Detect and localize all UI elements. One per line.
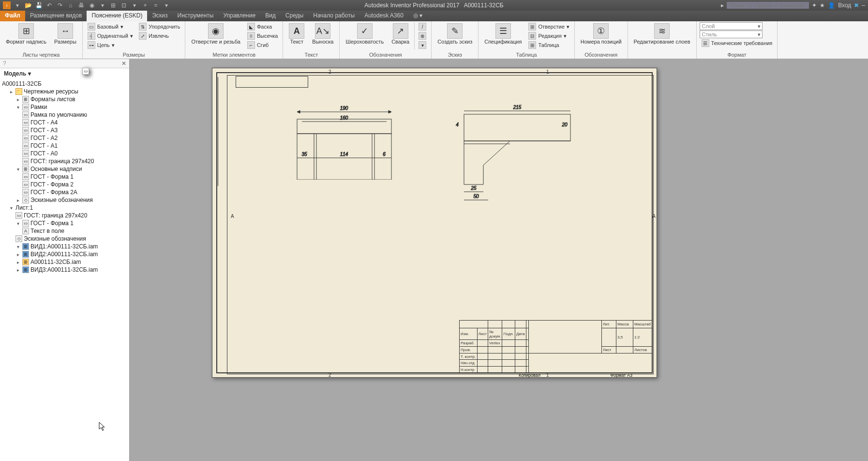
qat-new[interactable]: ▾ [14, 1, 21, 9]
balloon-button[interactable]: ①Номера позиций [578, 22, 625, 46]
mouse-cursor [99, 422, 106, 431]
create-sketch-button[interactable]: ✎Создать эскиз [434, 22, 475, 46]
bend-button[interactable]: ⌐Сгиб [245, 41, 280, 49]
tree-border-item[interactable]: ▭ГОСТ: граница 297x420 [2, 157, 127, 165]
chamfer-button[interactable]: ◣Фаска [245, 22, 280, 31]
tab-a360[interactable]: Autodesk A360 [359, 11, 408, 21]
qat-eq[interactable]: = [152, 1, 160, 9]
tree-border-item[interactable]: ▭ГОСТ - A3 [2, 126, 127, 134]
tree-list-item[interactable]: ▸⊞A000111-32СБ.iam [2, 258, 127, 266]
arrange-button[interactable]: ⇅Упорядочить [137, 22, 182, 31]
chain-dim-button[interactable]: ⊶Цепь ▾ [86, 41, 135, 49]
tree-borders[interactable]: ▾▭Рамки [2, 103, 127, 111]
dash-icon[interactable]: – [862, 2, 865, 9]
tree-border-item[interactable]: ▭ГОСТ - A1 [2, 142, 127, 150]
browser-close-icon[interactable]: ✕ [121, 60, 126, 67]
qat-open[interactable]: 📂 [24, 1, 32, 9]
qat-more1[interactable]: ◉ [88, 1, 96, 9]
browser-help-icon[interactable]: ? [3, 60, 6, 67]
tab-file[interactable]: Файл [0, 11, 25, 21]
edit-layers-button[interactable]: ≋Редактирование слоев [631, 22, 693, 46]
parts-list-button[interactable]: ☰Спецификация [481, 22, 524, 46]
qat-save[interactable]: 💾 [35, 1, 43, 9]
group-feature-notes: Метки элементов [188, 51, 280, 58]
sym-more[interactable]: ▾ [417, 41, 428, 49]
retrieve-button[interactable]: ⤢Извлечь [137, 31, 182, 40]
hole-thread-button[interactable]: ◉Отверстие и резьба [188, 22, 243, 46]
qat-redo[interactable]: ↷ [56, 1, 64, 9]
tree-list-item[interactable]: ▸⊞ВИД2:A000111-32СБ.iam [2, 250, 127, 258]
tree-list-item[interactable]: ◇Эскизные обозначения [2, 235, 127, 243]
svg-text:215: 215 [513, 105, 522, 110]
tab-views[interactable]: Размещение видов [25, 11, 87, 21]
tech-req-button[interactable]: ☰Технические требования [700, 39, 775, 47]
star2-icon[interactable]: ★ [820, 2, 825, 9]
hole-table-button[interactable]: ⊞Отверстие ▾ [526, 22, 571, 31]
tree-list-item[interactable]: ▾▭ГОСТ - Форма 1 [2, 219, 127, 227]
dimensions-button[interactable]: ↔Размеры [51, 22, 79, 46]
qat-more2[interactable]: ▾ [99, 1, 106, 9]
user-icon[interactable]: 👤 [828, 2, 835, 9]
format-caption-button[interactable]: ⊞Формат надпись [3, 22, 49, 46]
sym-2[interactable]: ⊕ [417, 31, 428, 40]
tree-resources[interactable]: ▸📁Чертежные ресурсы [2, 88, 127, 95]
tab-extra[interactable]: ◎ ▾ [408, 11, 427, 21]
tree-border-item[interactable]: ▭Рамка по умолчанию [2, 111, 127, 119]
svg-text:35: 35 [301, 152, 307, 157]
tab-view[interactable]: Вид [260, 11, 281, 21]
tab-tools[interactable]: Инструменты [173, 11, 219, 21]
drawing-canvas[interactable]: 2 1 2 1 А А [130, 59, 868, 461]
qat-more4[interactable]: ⊡ [120, 1, 128, 9]
tab-annotation[interactable]: Пояснение (ESKD) [87, 11, 147, 21]
tab-manage[interactable]: Управление [218, 11, 260, 21]
tab-env[interactable]: Среды [281, 11, 308, 21]
baseline-dim-button[interactable]: ▭Базовый ▾ [86, 22, 135, 31]
tree-tb-item[interactable]: ▭ГОСТ - Форма 2А [2, 188, 127, 196]
text-button[interactable]: AТекст [286, 22, 307, 46]
sym-1[interactable]: / [417, 22, 428, 31]
qat-plus[interactable]: + [141, 1, 149, 9]
punch-button[interactable]: ◊Высечка [245, 31, 280, 40]
svg-text:6: 6 [383, 152, 386, 157]
zone-mark: А [231, 214, 234, 219]
general-table-button[interactable]: ⊞Таблица [526, 41, 571, 49]
drawing-view-iso [853, 359, 868, 461]
exchange-icon[interactable]: ✖ [854, 2, 859, 9]
tab-start[interactable]: Начало работы [308, 11, 359, 21]
tab-sketch[interactable]: Эскиз [147, 11, 172, 21]
signin-label[interactable]: Вход [838, 2, 851, 9]
tree-sketch-sym[interactable]: ▸◇Эскизные обозначения [2, 196, 127, 204]
tree-border-item[interactable]: ▭ГОСТ - A2 [2, 134, 127, 142]
tree-list-item[interactable]: ▾⊞ВИД1:A000111-32СБ.iam [2, 243, 127, 250]
qat-print[interactable]: 🖶 [77, 1, 85, 9]
tree-list-item[interactable]: AТекст в поле [2, 227, 127, 235]
leader-text-button[interactable]: A↘Выноска [309, 22, 336, 46]
weld-button[interactable]: ↗Сварка [389, 22, 412, 46]
qat-undo[interactable]: ↶ [45, 1, 53, 9]
tree-list-item[interactable]: ▭ГОСТ: граница 297x420 [2, 212, 127, 219]
layer-combo[interactable]: Слой [700, 22, 763, 30]
browser-title[interactable]: Модель ▾ [0, 68, 129, 79]
tree-sheet[interactable]: ▾▭Лист:1 [2, 204, 127, 212]
tree-formats[interactable]: ▸⊞Форматы листов [2, 95, 127, 103]
style-combo[interactable]: Стиль [700, 31, 763, 38]
tree-border-item[interactable]: ▭ГОСТ - A4 [2, 119, 127, 126]
tree-border-item[interactable]: ▭ГОСТ - A0 [2, 150, 127, 157]
revision-button[interactable]: ⊟Редакция ▾ [526, 31, 571, 40]
ordinate-dim-button[interactable]: ┤Ординатный ▾ [86, 31, 135, 40]
qat-more3[interactable]: ⊞ [109, 1, 117, 9]
star1-icon[interactable]: ✦ [812, 2, 817, 9]
tree-titleblocks[interactable]: ▾⊞Основные надписи [2, 165, 127, 173]
tree-list-item[interactable]: ▸⊞ВИД3:A000111-32СБ.iam [2, 266, 127, 274]
tree-tb-item[interactable]: ▭ГОСТ - Форма 2 [2, 181, 127, 188]
tree-tb-item[interactable]: ▭ГОСТ - Форма 1 [2, 173, 127, 181]
help-arrow[interactable]: ▸ [721, 2, 724, 9]
app-icon: I [3, 1, 11, 9]
qat-dd[interactable]: ▾ [163, 1, 170, 9]
search-input[interactable] [727, 2, 809, 9]
qat-home[interactable]: ⌂ [67, 1, 75, 9]
qat-more5[interactable]: ▾ [131, 1, 138, 9]
tree-root[interactable]: ⊞A000111-32СБ [2, 80, 127, 88]
svg-text:114: 114 [340, 152, 348, 157]
surface-button[interactable]: ✓Шероховатость [343, 22, 387, 46]
